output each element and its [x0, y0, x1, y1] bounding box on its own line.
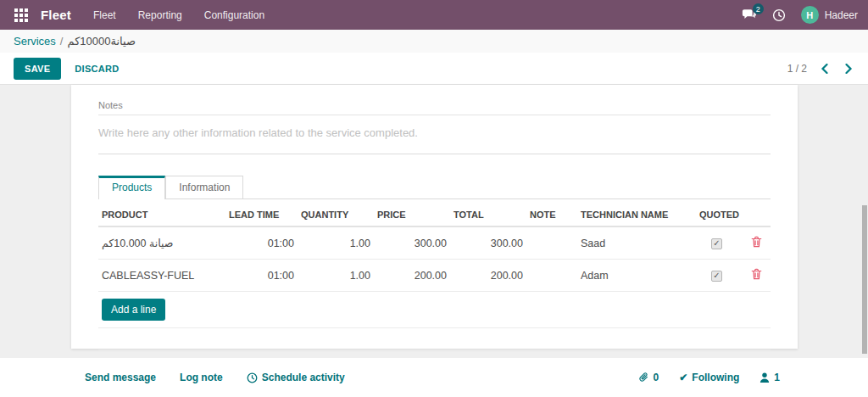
col-header-price: PRICE — [374, 203, 450, 226]
cell-lead-time[interactable]: 01:00 — [225, 226, 298, 260]
col-header-quoted: QUOTED — [696, 203, 743, 226]
discard-button[interactable]: DISCARD — [75, 64, 119, 74]
cell-product[interactable]: صيانة 10.000كم — [98, 226, 225, 260]
apps-grid-icon[interactable] — [10, 4, 32, 26]
col-header-delete — [743, 203, 771, 226]
chatter-bar: Send message Log note Schedule activity … — [0, 358, 868, 397]
followers-button[interactable]: 1 — [760, 372, 780, 383]
menu-reporting[interactable]: Reporting — [138, 9, 182, 21]
menu-configuration[interactable]: Configuration — [204, 9, 264, 21]
followers-count: 1 — [774, 372, 780, 383]
chevron-left-icon — [821, 64, 829, 74]
breadcrumb-separator: / — [60, 35, 64, 48]
pager-count: 1 / 2 — [787, 63, 807, 75]
following-label: Following — [692, 372, 739, 383]
notes-section-label: Notes — [98, 100, 771, 115]
send-message-button[interactable]: Send message — [85, 372, 156, 383]
cell-price[interactable]: 300.00 — [374, 226, 450, 260]
cell-quoted — [696, 260, 743, 292]
col-header-technician: TECHNICIAN NAME — [577, 203, 696, 226]
app-title[interactable]: Fleet — [41, 8, 71, 22]
notes-input-underline — [98, 154, 771, 154]
avatar: H — [801, 6, 819, 24]
cell-note[interactable] — [526, 226, 577, 260]
trash-icon — [751, 236, 762, 248]
empty-row — [98, 328, 771, 350]
cell-product[interactable]: CABLEASSY-FUEL — [98, 260, 225, 292]
following-button[interactable]: Following — [679, 372, 739, 383]
cell-delete — [743, 260, 771, 292]
log-note-button[interactable]: Log note — [180, 372, 223, 383]
activities-button[interactable] — [772, 8, 786, 22]
delete-row-button[interactable] — [749, 266, 764, 284]
tab-products[interactable]: Products — [98, 176, 165, 199]
trash-icon — [751, 268, 762, 280]
add-line-button[interactable]: Add a line — [102, 299, 165, 321]
notes-textarea[interactable]: Write here any other information related… — [98, 126, 771, 143]
add-line-row: Add a line — [98, 292, 771, 328]
schedule-clock-icon — [247, 372, 258, 383]
form-view: Notes Write here any other information r… — [0, 85, 868, 358]
products-table: PRODUCT LEAD TIME QUANTITY PRICE TOTAL N… — [98, 203, 771, 350]
clock-icon — [772, 8, 786, 22]
cell-technician[interactable]: Saad — [577, 226, 696, 260]
cell-quantity[interactable]: 1.00 — [298, 226, 374, 260]
quoted-checkbox[interactable] — [711, 271, 722, 282]
paperclip-icon — [638, 372, 649, 383]
delete-row-button[interactable] — [749, 234, 764, 252]
chevron-right-icon — [844, 64, 853, 74]
col-header-total: TOTAL — [450, 203, 526, 226]
col-header-quantity: QUANTITY — [298, 203, 374, 226]
vertical-scrollbar[interactable] — [862, 205, 867, 354]
cell-total[interactable]: 300.00 — [450, 226, 526, 260]
table-row[interactable]: CABLEASSY-FUEL 01:00 1.00 200.00 200.00 … — [98, 260, 771, 292]
schedule-activity-button[interactable]: Schedule activity — [247, 372, 345, 383]
cell-total[interactable]: 200.00 — [450, 260, 526, 292]
main-menu: Fleet Reporting Configuration — [93, 9, 264, 21]
cell-lead-time[interactable]: 01:00 — [225, 260, 298, 292]
attachments-button[interactable]: 0 — [638, 372, 659, 383]
col-header-note: NOTE — [526, 203, 577, 226]
user-name: Hadeer — [825, 9, 858, 21]
messages-button[interactable]: 2 — [742, 8, 757, 21]
table-header-row: PRODUCT LEAD TIME QUANTITY PRICE TOTAL N… — [98, 203, 771, 226]
save-button[interactable]: SAVE — [14, 58, 61, 80]
breadcrumb-current: صيانة10000كم — [67, 35, 136, 48]
breadcrumb: Services / صيانة10000كم — [0, 30, 868, 53]
top-navbar: Fleet Fleet Reporting Configuration 2 H … — [0, 0, 868, 30]
cell-technician[interactable]: Adam — [577, 260, 696, 292]
cell-note[interactable] — [526, 260, 577, 292]
notebook-tabs: Products Information — [98, 176, 771, 199]
attachments-count: 0 — [654, 372, 659, 383]
pager-previous-button[interactable] — [819, 62, 831, 75]
messages-badge: 2 — [753, 3, 764, 14]
quoted-checkbox[interactable] — [711, 238, 722, 249]
pager-next-button[interactable] — [843, 62, 854, 75]
following-check-icon — [679, 372, 687, 383]
schedule-activity-label: Schedule activity — [262, 372, 345, 383]
record-pager: 1 / 2 — [787, 62, 854, 75]
form-statusbar: SAVE DISCARD 1 / 2 — [0, 53, 868, 85]
table-row[interactable]: صيانة 10.000كم 01:00 1.00 300.00 300.00 … — [98, 226, 771, 260]
form-sheet: Notes Write here any other information r… — [71, 85, 798, 349]
cell-quantity[interactable]: 1.00 — [298, 260, 374, 292]
col-header-lead-time: LEAD TIME — [225, 203, 298, 226]
person-icon — [760, 372, 770, 383]
user-menu[interactable]: H Hadeer — [801, 6, 858, 24]
cell-quoted — [696, 226, 743, 260]
tab-information[interactable]: Information — [165, 176, 243, 198]
col-header-product: PRODUCT — [98, 203, 225, 226]
cell-delete — [743, 226, 771, 260]
breadcrumb-services-link[interactable]: Services — [14, 35, 56, 48]
menu-fleet[interactable]: Fleet — [93, 9, 116, 21]
grid-icon — [14, 8, 28, 22]
cell-price[interactable]: 200.00 — [374, 260, 450, 292]
